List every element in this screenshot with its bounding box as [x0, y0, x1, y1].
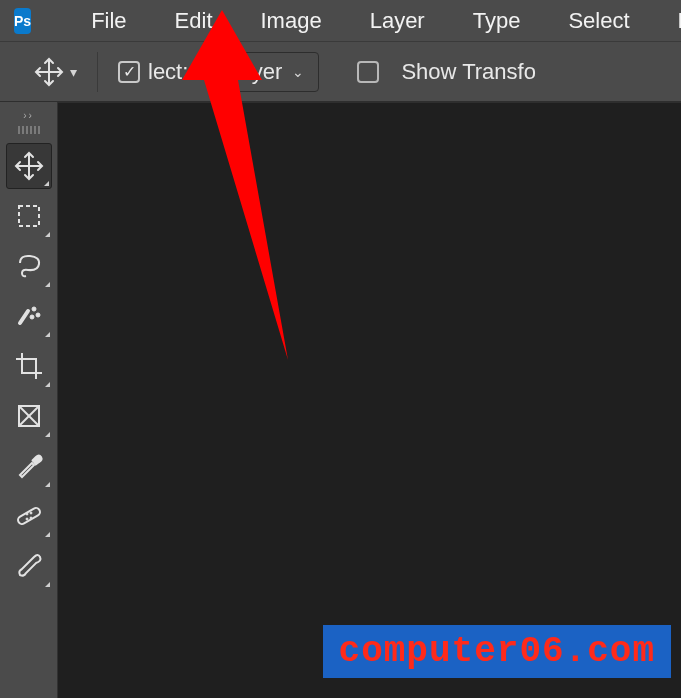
- lasso-tool[interactable]: [6, 243, 52, 289]
- panel-collapse-handle[interactable]: ››: [23, 108, 34, 125]
- svg-rect-11: [16, 507, 41, 526]
- svg-point-7: [30, 315, 34, 319]
- watermark: computer06.com: [323, 625, 671, 678]
- separator: [97, 52, 98, 92]
- active-tool-indicator[interactable]: ▾: [34, 57, 77, 87]
- app-logo: Ps: [14, 8, 31, 34]
- eyedropper-tool[interactable]: [6, 443, 52, 489]
- marquee-icon: [15, 202, 43, 230]
- menu-bar: Ps File Edit Image Layer Type Select Fi: [0, 0, 681, 42]
- marquee-tool[interactable]: [6, 193, 52, 239]
- menu-file[interactable]: File: [67, 2, 150, 40]
- show-transform-label: Show Transfo: [401, 59, 536, 85]
- healing-brush-tool[interactable]: [6, 493, 52, 539]
- tool-flyout-indicator: [44, 181, 49, 186]
- bandage-icon: [14, 501, 44, 531]
- menu-type[interactable]: Type: [449, 2, 545, 40]
- svg-point-14: [30, 512, 32, 514]
- chevron-down-icon: ⌄: [292, 64, 304, 80]
- lasso-icon: [14, 251, 44, 281]
- svg-rect-4: [19, 206, 39, 226]
- svg-point-12: [26, 513, 28, 515]
- crop-icon: [14, 351, 44, 381]
- tool-flyout-indicator: [45, 532, 50, 537]
- brush-icon: [14, 551, 44, 581]
- brush-tool[interactable]: [6, 543, 52, 589]
- move-icon: [34, 57, 64, 87]
- auto-select-target-dropdown[interactable]: Layer ⌄: [210, 52, 319, 92]
- menu-layer[interactable]: Layer: [346, 2, 449, 40]
- tool-flyout-indicator: [45, 432, 50, 437]
- svg-point-6: [36, 313, 40, 317]
- menu-edit[interactable]: Edit: [151, 2, 237, 40]
- tool-flyout-indicator: [45, 582, 50, 587]
- tool-flyout-indicator: [45, 282, 50, 287]
- tool-flyout-indicator: [45, 232, 50, 237]
- tool-flyout-indicator: [45, 332, 50, 337]
- app-logo-text: Ps: [14, 13, 31, 29]
- auto-select-row: ✓ lect:: [118, 59, 188, 85]
- move-icon: [14, 151, 44, 181]
- tools-panel: ››: [0, 102, 58, 698]
- svg-point-13: [30, 517, 32, 519]
- menu-image[interactable]: Image: [237, 2, 346, 40]
- chevron-down-icon: ▾: [70, 64, 77, 80]
- crop-tool[interactable]: [6, 343, 52, 389]
- svg-point-15: [26, 518, 28, 520]
- move-tool[interactable]: [6, 143, 52, 189]
- auto-select-checkbox[interactable]: ✓: [118, 61, 140, 83]
- menu-select[interactable]: Select: [544, 2, 653, 40]
- dropdown-value: Layer: [227, 59, 282, 85]
- auto-select-label: lect:: [148, 59, 188, 85]
- panel-grip[interactable]: [9, 125, 49, 135]
- options-bar: ▾ ✓ lect: Layer ⌄ Show Transfo: [0, 42, 681, 102]
- canvas-area[interactable]: [58, 102, 681, 698]
- quick-select-icon: [14, 301, 44, 331]
- frame-tool[interactable]: [6, 393, 52, 439]
- frame-icon: [15, 402, 43, 430]
- show-transform-checkbox[interactable]: [357, 61, 379, 83]
- workspace: ››: [0, 102, 681, 698]
- menu-filter[interactable]: Fi: [654, 2, 681, 40]
- svg-point-5: [32, 307, 36, 311]
- eyedropper-icon: [14, 451, 44, 481]
- tool-flyout-indicator: [45, 482, 50, 487]
- tool-flyout-indicator: [45, 382, 50, 387]
- quick-selection-tool[interactable]: [6, 293, 52, 339]
